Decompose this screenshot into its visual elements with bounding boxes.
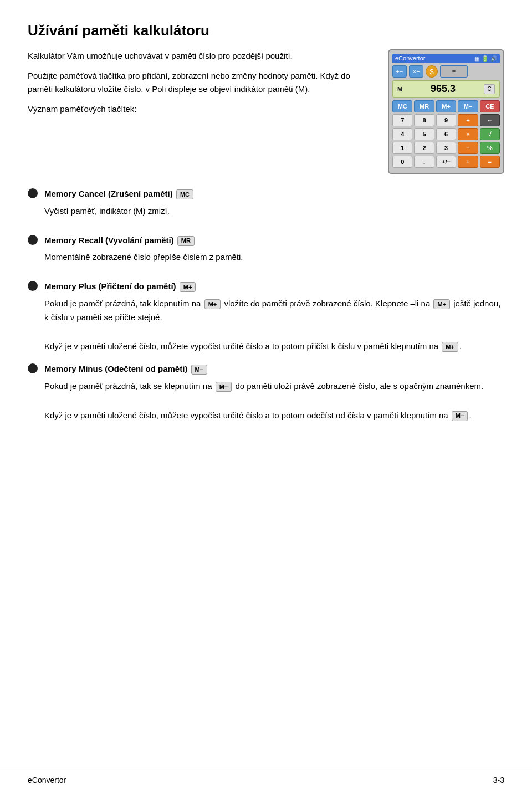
calc-1-btn[interactable]: 1: [392, 142, 412, 154]
calc-3-btn[interactable]: 3: [436, 142, 456, 154]
mr-badge: MR: [177, 236, 195, 246]
calc-extra-icon[interactable]: ≡: [440, 65, 468, 78]
mplus-inline-badge2: M+: [433, 299, 450, 309]
calc-eq-btn[interactable]: =: [480, 156, 500, 168]
calc-mr-btn[interactable]: MR: [414, 100, 434, 112]
calc-6-btn[interactable]: 6: [436, 128, 456, 140]
memory-mminus-title: Memory Minus (Odečtení od paměti) M−: [44, 362, 504, 376]
calc-sqrt-btn[interactable]: √: [480, 128, 500, 140]
intro-para1: Kalkulátor Vám umožňuje uchovávat v pamě…: [28, 49, 371, 63]
bullet-mc: [28, 188, 38, 198]
calc-m-indicator: M: [397, 86, 402, 93]
calc-title-icons: ▦ 🔋 🔊: [474, 55, 497, 62]
sound-icon: 🔊: [490, 55, 497, 62]
calc-dot-btn[interactable]: .: [414, 156, 434, 168]
calc-dollar-icon[interactable]: $: [426, 65, 438, 78]
calc-icons-row: +− ×÷ $ ≡: [392, 65, 500, 78]
calc-display-value: 965.3: [431, 83, 456, 95]
battery-icon: 🔋: [482, 55, 488, 62]
calc-0-btn[interactable]: 0: [392, 156, 412, 168]
calc-4-btn[interactable]: 4: [392, 128, 412, 140]
memory-mr-content: Memory Recall (Vyvolání paměti) MR Momen…: [44, 234, 504, 268]
memory-item-mc: Memory Cancel (Zrušení paměti) MC Vyčist…: [28, 187, 504, 222]
calc-mul-btn[interactable]: ×: [458, 128, 478, 140]
calc-mminus-btn[interactable]: M−: [458, 100, 478, 112]
calc-sub-btn[interactable]: −: [458, 142, 478, 154]
calc-display: M 965.3 C: [392, 80, 500, 98]
memory-mr-desc: Momentálně zobrazené číslo přepíše čísle…: [44, 250, 504, 264]
calc-pct-btn[interactable]: %: [480, 142, 500, 154]
memory-mc-desc: Vyčistí paměť, indikátor (M) zmizí.: [44, 204, 504, 218]
calc-row-789: 7 8 9 ÷ ←: [392, 114, 500, 126]
calc-mult-icon[interactable]: ×÷: [409, 65, 423, 78]
memory-mminus-extra: Když je v paměti uložené číslo, můžete v…: [44, 409, 504, 423]
memory-item-mplus: Memory Plus (Přičtení do pamětí) M+ Poku…: [28, 280, 504, 327]
calc-plusminus-btn[interactable]: +/−: [436, 156, 456, 168]
calc-mplus-btn[interactable]: M+: [436, 100, 456, 112]
calc-row-0: 0 . +/− + =: [392, 156, 500, 168]
calc-add-icon[interactable]: +−: [392, 65, 407, 78]
calc-c-button[interactable]: C: [484, 84, 495, 94]
calc-row-456: 4 5 6 × √: [392, 128, 500, 140]
calc-5-btn[interactable]: 5: [414, 128, 434, 140]
calc-row-123: 1 2 3 − %: [392, 142, 500, 154]
signal-icon: ▦: [474, 55, 479, 62]
memory-list: Memory Cancel (Zrušení paměti) MC Vyčist…: [28, 187, 504, 422]
mplus-inline-badge1: M+: [204, 299, 221, 309]
bullet-mminus: [28, 363, 38, 373]
intro-para2: Použijte paměťová tlačítka pro přidání, …: [28, 69, 371, 96]
mc-badge: MC: [176, 189, 193, 199]
page-title: Užívání paměti kalkulátoru: [28, 22, 504, 39]
calc-div-btn[interactable]: ÷: [458, 114, 478, 126]
footer-left: eConvertor: [28, 776, 66, 785]
memory-mr-title: Memory Recall (Vyvolání paměti) MR: [44, 234, 504, 248]
calc-8-btn[interactable]: 8: [414, 114, 434, 126]
memory-mc-title: Memory Cancel (Zrušení paměti) MC: [44, 187, 504, 201]
memory-item-mr: Memory Recall (Vyvolání paměti) MR Momen…: [28, 234, 504, 268]
memory-mplus-extra: Když je v paměti uložené číslo, můžete v…: [44, 340, 504, 353]
intro-para3: Význam paměťových tlačítek:: [28, 103, 371, 116]
calc-row-memory: MC MR M+ M− CE: [392, 100, 500, 112]
memory-mplus-content: Memory Plus (Přičtení do pamětí) M+ Poku…: [44, 280, 504, 327]
memory-mc-content: Memory Cancel (Zrušení paměti) MC Vyčist…: [44, 187, 504, 222]
page-footer: eConvertor 3-3: [0, 771, 532, 789]
memory-item-mminus: Memory Minus (Odečtení od paměti) M− Pok…: [28, 362, 504, 397]
mplus-badge: M+: [180, 282, 196, 292]
calc-9-btn[interactable]: 9: [436, 114, 456, 126]
mminus-inline-badge1: M−: [216, 382, 232, 392]
calc-title-label: eConvertor: [395, 55, 425, 62]
intro-text: Kalkulátor Vám umožňuje uchovávat v pamě…: [28, 49, 371, 174]
memory-mminus-desc1: Pokud je paměť prázdná, tak se klepnutím…: [44, 380, 504, 393]
footer-right: 3-3: [493, 776, 504, 785]
calculator-widget: eConvertor ▦ 🔋 🔊 +− ×÷ $ ≡ M 965.3 C: [388, 49, 504, 174]
mminus-extra-badge: M−: [452, 411, 468, 421]
mplus-extra-badge: M+: [442, 342, 458, 352]
calc-add-btn[interactable]: +: [458, 156, 478, 168]
calc-mc-btn[interactable]: MC: [392, 100, 412, 112]
calc-ce-btn[interactable]: CE: [480, 100, 500, 112]
calc-7-btn[interactable]: 7: [392, 114, 412, 126]
mminus-badge: M−: [191, 365, 208, 375]
memory-mminus-content: Memory Minus (Odečtení od paměti) M− Pok…: [44, 362, 504, 397]
bullet-mplus: [28, 281, 38, 291]
memory-mplus-desc1: Pokud je paměť prázdná, tak klepnutím na…: [44, 297, 504, 325]
calc-title-bar: eConvertor ▦ 🔋 🔊: [392, 54, 500, 63]
calc-back-btn[interactable]: ←: [480, 114, 500, 126]
memory-mplus-title: Memory Plus (Přičtení do pamětí) M+: [44, 280, 504, 294]
calc-2-btn[interactable]: 2: [414, 142, 434, 154]
bullet-mr: [28, 235, 38, 245]
